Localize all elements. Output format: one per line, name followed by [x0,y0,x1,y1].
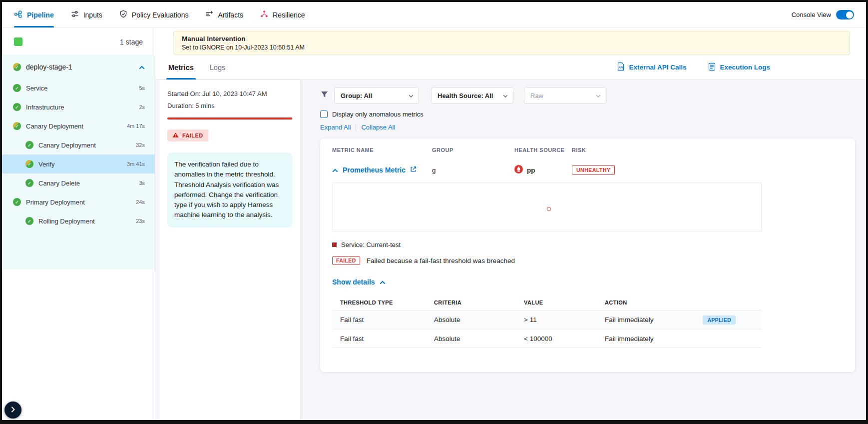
fail-reason-row: FAILED Failed because a fail-fast thresh… [332,256,762,265]
nav-tab-resilience[interactable]: Resilience [260,2,305,28]
anomalous-metrics-checkbox[interactable] [320,110,328,118]
threshold-type-cell: Fail fast [340,316,434,324]
checkbox-label: Display only anomalous metrics [332,110,424,118]
nav-tab-label: Inputs [83,11,102,19]
stage-header: 1 stage [2,28,155,54]
external-api-calls-link[interactable]: API External API Calls [617,62,686,72]
step-label: Canary Deployment [38,142,96,149]
stage-name: deploy-stage-1 [26,63,134,71]
metrics-panel: Group: All Health Source: All Raw [300,80,866,420]
tab-links: API External API Calls Execution Logs [617,62,770,72]
execution-sidebar: 1 stage ✓ deploy-stage-1 ✓ Service 5s ✓ … [2,28,155,420]
value-cell: > 11 [524,316,605,324]
show-details-label: Show details [332,278,375,286]
threshold-row: Fail fast Absolute > 11 Fail immediately… [332,310,762,329]
console-view-control: Console View [792,10,866,20]
nav-tab-policy-evaluations[interactable]: Policy Evaluations [119,2,189,28]
threshold-type-cell: Fail fast [340,335,434,342]
chevron-up-icon[interactable] [139,62,145,72]
metric-row-prometheus: Prometheus Metric g pp UNHEALTHY [320,158,855,182]
anomalous-metrics-checkbox-row[interactable]: Display only anomalous metrics [320,110,855,118]
tab-metrics[interactable]: Metrics [160,55,202,80]
anomaly-point-marker [547,207,551,211]
nav-tab-pipeline[interactable]: Pipeline [14,2,54,28]
sidebar-step-rolling-deployment[interactable]: ✓ Rolling Deployment 23s [2,212,155,230]
criteria-cell: Absolute [434,316,524,324]
collapse-all-link[interactable]: Collapse All [361,124,395,131]
execution-logs-link[interactable]: Execution Logs [708,62,770,72]
step-duration: 3m 41s [127,161,145,167]
action-cell: Fail immediately [605,335,754,342]
show-details-toggle[interactable]: Show details [332,278,386,286]
threshold-table-header: THRESHOLD TYPE CRITERIA VALUE ACTION [332,295,762,310]
warning-check-icon: ✓ [25,160,33,168]
manual-intervention-banner: Manual Intervention Set to IGNORE on 10-… [173,31,850,55]
col-header-metric-name: METRIC NAME [332,147,432,153]
metrics-table-card: METRIC NAME GROUP HEALTH SOURCE RISK Pro… [320,138,855,372]
pipeline-execution-app: Pipeline Inputs Policy Evaluations Artif… [2,2,866,420]
success-check-icon: ✓ [13,84,21,92]
sidebar-step-verify[interactable]: ✓ Verify 3m 41s [2,154,155,174]
value-cell: < 100000 [524,335,605,342]
legend-swatch-icon [332,242,337,247]
metric-name-link[interactable]: Prometheus Metric [343,166,406,174]
health-source-filter-dropdown[interactable]: Health Source: All [431,87,513,104]
failed-progress-bar [167,118,292,120]
action-text: Fail immediately [605,335,654,342]
artifacts-icon [205,10,213,20]
metric-name-cell[interactable]: Prometheus Metric [332,166,432,174]
filter-funnel-icon [320,90,329,100]
console-view-toggle[interactable] [836,10,854,20]
external-link-icon[interactable] [410,166,417,174]
log-document-icon [708,62,716,72]
sidebar-step-service[interactable]: ✓ Service 5s [2,78,155,98]
expand-all-link[interactable]: Expand All [320,124,351,131]
expand-console-button[interactable] [4,402,21,418]
applied-badge: APPLIED [703,316,736,324]
nav-tab-inputs[interactable]: Inputs [71,2,102,28]
duration-text: Duration: 5 mins [167,102,292,110]
chevron-down-icon [503,92,508,100]
step-duration: 32s [136,142,145,148]
metric-chart [332,182,762,232]
col-header-group: GROUP [432,147,514,153]
dropdown-value: Group: All [341,92,372,100]
success-check-icon: ✓ [25,179,33,187]
divider [356,124,356,131]
nav-tab-label: Pipeline [27,11,54,19]
action-cell: Fail immediately APPLIED [605,316,754,324]
sidebar-step-canary-deployment-group[interactable]: ✓ Canary Deployment 4m 17s [2,116,155,136]
banner-message: Set to IGNORE on 10-Jul-2023 10:50:51 AM [182,44,842,51]
step-label: Service [26,84,47,92]
window-frame: Pipeline Inputs Policy Evaluations Artif… [0,0,868,424]
sidebar-step-canary-deployment[interactable]: ✓ Canary Deployment 32s [2,136,155,154]
success-check-icon: ✓ [25,217,33,225]
nav-tab-artifacts[interactable]: Artifacts [205,2,243,28]
sidebar-step-infrastructure[interactable]: ✓ Infrastructure 2s [2,98,155,116]
link-label: Execution Logs [720,64,770,71]
chart-legend: Service: Current-test [332,241,762,248]
resilience-icon [260,10,268,20]
pipeline-icon [14,10,22,20]
group-filter-dropdown[interactable]: Group: All [334,87,419,104]
verify-step-content: Started On: Jul 10, 2023 10:47 AM Durati… [155,80,866,420]
stage-status-square-icon [14,38,22,46]
col-header-risk: RISK [572,147,843,153]
inputs-icon [71,10,79,20]
fail-reason-text: Failed because a fail-fast threshold was… [367,257,515,264]
raw-filter-dropdown[interactable]: Raw [524,87,606,104]
link-label: External API Calls [629,64,686,71]
step-duration: 3s [139,180,145,186]
step-duration: 5s [139,85,145,91]
verification-summary-card: Started On: Jul 10, 2023 10:47 AM Durati… [159,80,300,420]
started-on-text: Started On: Jul 10, 2023 10:47 AM [167,90,292,98]
chevron-up-icon[interactable] [332,166,338,174]
tab-logs[interactable]: Logs [202,55,233,80]
sidebar-step-canary-delete[interactable]: ✓ Canary Delete 3s [2,174,155,192]
main-panel: Manual Intervention Set to IGNORE on 10-… [155,28,866,420]
console-view-label: Console View [792,11,831,18]
threshold-row: Fail fast Absolute < 100000 Fail immedia… [332,329,762,348]
stage-row-deploy-stage-1[interactable]: ✓ deploy-stage-1 [2,54,155,78]
step-label: Primary Deployment [26,198,85,206]
sidebar-step-primary-deployment[interactable]: ✓ Primary Deployment 24s [2,192,155,212]
